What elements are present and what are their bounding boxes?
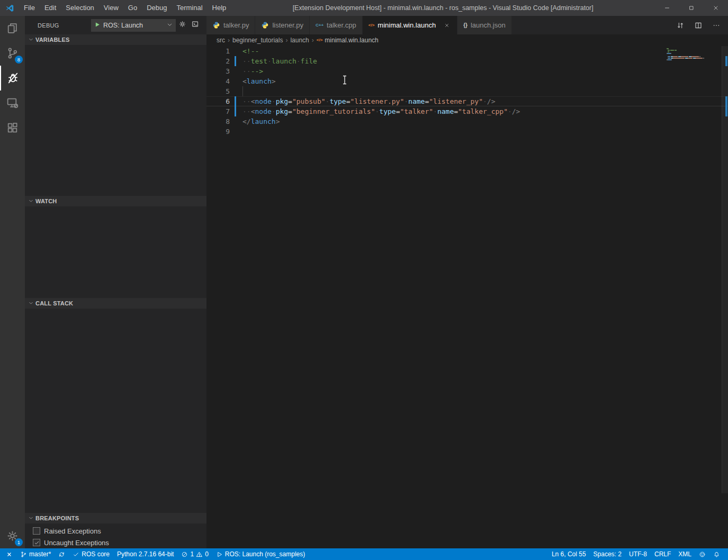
breakpoint-label: Raised Exceptions xyxy=(44,527,101,535)
activity-settings[interactable]: 1 xyxy=(0,523,25,548)
status-indentation[interactable]: Spaces: 2 xyxy=(590,548,625,560)
status-sync-button[interactable] xyxy=(55,548,69,560)
code-editor[interactable]: 1<!--2··test·launch·file3··-->4<launch>5… xyxy=(206,46,728,548)
minimize-button[interactable] xyxy=(655,0,679,16)
watch-section-header[interactable]: WATCH xyxy=(25,196,206,206)
line-number[interactable]: 2 xyxy=(206,56,230,66)
split-editor-button[interactable] xyxy=(692,19,705,32)
maximize-button[interactable] xyxy=(679,0,704,16)
toggle-layout-icon xyxy=(676,21,685,30)
activity-explorer[interactable] xyxy=(0,16,25,41)
code-lines: 1<!--2··test·launch·file3··-->4<launch>5… xyxy=(206,46,728,137)
chevron-down-icon xyxy=(28,300,34,306)
status-problems[interactable]: 10 xyxy=(177,548,212,560)
xml-icon: </> xyxy=(317,38,323,42)
check-icon xyxy=(34,540,40,546)
tab-label: listener.py xyxy=(272,21,303,29)
debug-console-button[interactable] xyxy=(188,19,201,32)
menu-go[interactable]: Go xyxy=(123,0,142,16)
line-number[interactable]: 3 xyxy=(206,66,230,76)
bell-icon xyxy=(713,551,720,558)
sync-icon xyxy=(58,551,65,558)
breadcrumb-item[interactable]: launch xyxy=(290,37,309,44)
line-number[interactable]: 4 xyxy=(206,76,230,86)
remote-connect-icon xyxy=(6,551,13,558)
line-number[interactable]: 1 xyxy=(206,46,230,56)
tab-label: talker.py xyxy=(223,21,249,29)
breakpoint-row: Raised Exceptions xyxy=(25,525,206,537)
status-python-interpreter[interactable]: Python 2.7.16 64-bit xyxy=(113,548,177,560)
activity-source-control[interactable]: 8 xyxy=(0,41,25,66)
line-number[interactable]: 5 xyxy=(206,86,230,96)
code-line-4[interactable]: 4<launch> xyxy=(206,76,728,86)
debug-config-label: ROS: Launch xyxy=(103,22,164,29)
breadcrumb-file[interactable]: </>minimal.win.launch xyxy=(317,37,379,44)
code-line-6[interactable]: 6··<node·pkg="pubsub"·type="listener.py"… xyxy=(206,96,728,106)
ellipsis-icon xyxy=(712,21,721,30)
debug-toolbar: DEBUG ROS: Launch xyxy=(25,16,206,34)
callstack-panel xyxy=(25,309,206,513)
code-line-8[interactable]: 8</launch> xyxy=(206,116,728,127)
status-remote-indicator[interactable] xyxy=(2,548,16,560)
chevron-down-icon xyxy=(28,198,34,204)
extensions-icon xyxy=(6,121,19,134)
tab-launch.json[interactable]: {}launch.json xyxy=(457,16,512,34)
variables-section-header[interactable]: VARIABLES xyxy=(25,34,206,45)
menu-file[interactable]: File xyxy=(19,0,40,16)
menu-view[interactable]: View xyxy=(99,0,123,16)
menu-help[interactable]: Help xyxy=(208,0,231,16)
maximize-icon xyxy=(688,5,695,11)
status-debug-launch-status[interactable]: ROS: Launch (ros_samples) xyxy=(212,548,309,560)
python-icon xyxy=(212,21,220,29)
breakpoints-section-header[interactable]: BREAKPOINTS xyxy=(25,513,206,523)
status-cursor-position[interactable]: Ln 6, Col 55 xyxy=(548,548,590,560)
callstack-section-header[interactable]: CALL STACK xyxy=(25,298,206,309)
error-icon xyxy=(181,551,188,558)
line-number[interactable]: 7 xyxy=(206,106,230,116)
activity-debug[interactable] xyxy=(0,66,25,91)
status-encoding[interactable]: UTF-8 xyxy=(625,548,651,560)
status-language-mode[interactable]: XML xyxy=(675,548,695,560)
tab-talker.cpp[interactable]: C++talker.cpp xyxy=(310,16,363,34)
breadcrumb-item[interactable]: beginner_tutorials xyxy=(232,37,283,44)
code-line-9[interactable]: 9 xyxy=(206,127,728,137)
debug-config-dropdown[interactable]: ROS: Launch xyxy=(91,19,176,32)
menu-debug[interactable]: Debug xyxy=(142,0,172,16)
code-line-3[interactable]: 3··--> xyxy=(206,66,728,76)
menu-edit[interactable]: Edit xyxy=(40,0,61,16)
line-number[interactable]: 6 xyxy=(206,96,230,106)
activity-extensions[interactable] xyxy=(0,115,25,140)
chevron-down-icon xyxy=(28,515,34,521)
menu-selection[interactable]: Selection xyxy=(61,0,98,16)
breadcrumb-item[interactable]: src xyxy=(217,37,225,44)
play-outline-icon xyxy=(216,551,223,558)
close-button[interactable] xyxy=(704,0,728,16)
modified-overview-mark xyxy=(725,56,727,66)
minimap[interactable] xyxy=(667,48,720,62)
status-ros-core-status[interactable]: ROS core xyxy=(69,548,113,560)
status-feedback[interactable] xyxy=(695,548,709,560)
breakpoint-checkbox[interactable] xyxy=(33,539,40,546)
variables-panel xyxy=(25,45,206,196)
status-eol[interactable]: CRLF xyxy=(651,548,675,560)
code-line-5[interactable]: 5 xyxy=(206,86,728,96)
status-git-branch[interactable]: master* xyxy=(16,548,55,560)
tab-listener.py[interactable]: listener.py xyxy=(255,16,310,34)
code-line-2[interactable]: 2··test·launch·file xyxy=(206,56,728,66)
line-number[interactable]: 9 xyxy=(206,127,230,137)
status-notifications[interactable] xyxy=(709,548,724,560)
configure-button[interactable] xyxy=(176,19,188,32)
more-actions-button[interactable] xyxy=(710,19,723,32)
close-icon xyxy=(444,23,450,28)
close-tab-button[interactable] xyxy=(442,21,451,30)
tab-minimal.win.launch[interactable]: </>minimal.win.launch xyxy=(363,16,457,34)
breakpoint-checkbox[interactable] xyxy=(33,527,40,535)
code-line-1[interactable]: 1<!-- xyxy=(206,46,728,56)
activity-remote-explorer[interactable] xyxy=(0,91,25,115)
line-number[interactable]: 8 xyxy=(206,116,230,127)
tab-talker.py[interactable]: talker.py xyxy=(206,16,255,34)
code-line-7[interactable]: 7··<node·pkg="beginner_tutorials"·type="… xyxy=(206,106,728,116)
toggle-layout-button[interactable] xyxy=(674,19,687,32)
menu-terminal[interactable]: Terminal xyxy=(172,0,207,16)
python-icon xyxy=(261,21,269,29)
